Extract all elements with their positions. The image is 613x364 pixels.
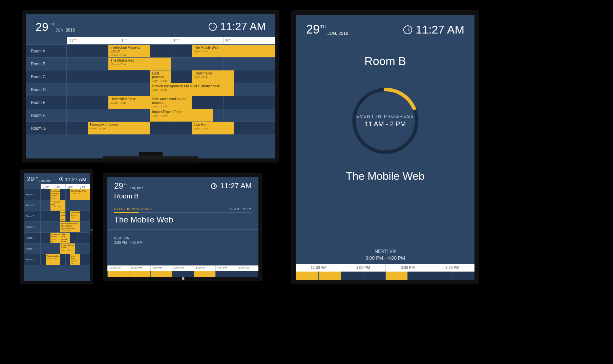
event-block[interactable]: Live Hart3 pm - 5 pm — [70, 254, 80, 265]
room-lane: Twentytwofourteen10 am - 1 pmLive Hart3 … — [67, 122, 275, 134]
next-event: NEXT: VR 3:00 PM - 4:00 PM — [296, 249, 474, 264]
windows-button[interactable]: ⊞ — [90, 227, 93, 233]
header: 29 TH JUN, 2016 11:27 AM — [26, 14, 275, 37]
timeline-hour: 3:00 PM — [194, 265, 215, 271]
room-label: Room E — [26, 96, 67, 109]
event-block[interactable]: Safe and sound in-ear monitor..1 pm - 3 … — [60, 233, 70, 243]
schedule-row: Room CBest practice...1 pm - 2 pmTradema… — [24, 211, 90, 221]
progress-ring: EVENT IN PROGRESS 11 AM - 2 PM — [350, 85, 421, 156]
event-block[interactable]: Import-Export Forum1 pm - 4 pm — [150, 109, 213, 122]
clock-display: 11:27 AM — [211, 181, 252, 190]
schedule-grid: Room AIntellectual Property Forum11 am -… — [26, 44, 275, 134]
date-day: 29 — [114, 182, 123, 190]
room-label: Room E — [24, 233, 41, 243]
progress-ring-wrap: EVENT IN PROGRESS 11 AM - 2 PM — [296, 85, 474, 156]
event-block[interactable]: Twentytwofourteen10 am - 1 pm — [88, 122, 150, 134]
timeline-segment — [107, 271, 129, 277]
progress-time: 11 AM - 2 PM — [365, 120, 406, 128]
timeline-segment — [318, 272, 341, 280]
event-block[interactable]: Proven Instagram tips to build customer … — [150, 83, 233, 96]
event-block[interactable]: Safe and sound in-ear monitor..1 pm - 3 … — [150, 96, 192, 109]
timeline-segment — [237, 271, 258, 277]
event-block[interactable]: Best practice...1 pm - 2 pm — [60, 211, 65, 221]
room-lane: The Mobile web11 am - 2 pm — [41, 200, 90, 211]
timeline-hour: 3:00 PM — [385, 264, 430, 272]
mini-timeline: 11:00 AM12:00 PM1:00 PM2:00 PM3:00 PM4:0… — [107, 265, 258, 277]
event-block[interactable]: The Mobile Web3 pm - 7 pm — [70, 189, 90, 200]
room-lane: Import-Export Forum1 pm - 4 pm — [67, 109, 275, 122]
event-block[interactable]: Trademarks3 pm - 5 pm — [70, 211, 80, 221]
schedule-row: Room DProven Instagram tips to build cus… — [26, 83, 275, 96]
date-suffix: TH — [35, 177, 38, 179]
windows-button[interactable]: ⊞ — [182, 276, 185, 281]
tablet-landscape: 29 TH JUN, 2016 11:27 AM Room B EVENT IN… — [103, 173, 262, 281]
hour-col: 5pm — [223, 37, 275, 44]
header: 29 TH JUN, 2016 11:27 AM — [24, 173, 90, 184]
room-lane: Import-Export Forum1 pm - 4 pm — [41, 243, 90, 254]
room-lane: Undecided future11 am - 1 pmSafe and sou… — [67, 96, 275, 109]
schedule-row: Room AIntellectual Property Forum11 am -… — [26, 44, 275, 57]
date-suffix: TH — [124, 183, 128, 186]
room-label: Room D — [26, 83, 67, 96]
mini-timeline: 11:00 AM1:00 PM3:00 PM5:00 PM — [296, 264, 474, 280]
timeline-header: 11am 1pm 3pm 5pm — [24, 184, 90, 189]
room-label: Room C — [24, 211, 41, 221]
timeline-hour: 11:00 AM — [296, 264, 341, 272]
next-time: 3:00 PM - 4:00 PM — [114, 241, 252, 244]
room-title: Room B — [107, 192, 258, 203]
event-block[interactable]: Import-Export Forum1 pm - 4 pm — [60, 243, 75, 254]
event-block[interactable]: Undecided future11 am - 1 pm — [108, 96, 150, 109]
event-block[interactable]: Live Hart3 pm - 5 pm — [192, 122, 234, 134]
event-block[interactable]: Intellectual Property Forum11 am - 1 pm — [108, 45, 150, 57]
date-suffix: TH — [320, 25, 326, 29]
time-text: 11:27 AM — [220, 20, 266, 33]
clock-icon — [403, 25, 412, 34]
schedule-row: Room EUndecided future11 am - 1 pmSafe a… — [24, 232, 90, 243]
time-text: 11:27 AM — [416, 23, 464, 36]
event-block[interactable]: The Mobile web11 am - 2 pm — [50, 200, 65, 211]
timeline-segment — [150, 271, 172, 277]
event-progress: EVENT IN PROGRESS 11 AM - 2 PM — [107, 203, 258, 214]
schedule-row: Room CBest practice...1 pm - 2 pmTradema… — [26, 70, 275, 83]
event-block[interactable]: Undecided future11 am - 1 pm — [50, 233, 60, 243]
clock-display: 11:27 AM — [403, 23, 464, 36]
time-text: 11:27 AM — [220, 181, 252, 190]
event-block[interactable]: Intellectual Property Forum11 am - 1 pm — [50, 189, 60, 200]
schedule-row: Room FImport-Export Forum1 pm - 4 pm — [24, 243, 90, 254]
event-block[interactable]: Proven Instagram tips to build customer … — [60, 222, 80, 232]
date-day: 29 — [306, 23, 320, 36]
clock-display: 11:27 AM — [209, 20, 266, 33]
date-day: 29 — [36, 21, 48, 33]
event-block[interactable]: Trademarks3 pm - 5 pm — [192, 70, 234, 83]
hour-col: 3pm — [171, 37, 223, 44]
date-display: 29 TH JUN, 2016 — [27, 176, 50, 182]
timeline-header: 11am 1pm 3pm 5pm — [26, 37, 275, 44]
schedule-grid: Room AIntellectual Property Forum11 am -… — [24, 189, 90, 265]
date-display: 29 TH JUN, 2016 — [306, 23, 348, 36]
hour-col: 11am — [67, 37, 119, 44]
next-time: 3:00 PM - 4:00 PM — [296, 255, 474, 261]
header: 29 TH JUN, 2016 11:27 AM — [107, 177, 258, 192]
current-event-title: The Mobile Web — [296, 170, 474, 183]
room-lane: Best practice...1 pm - 2 pmTrademarks3 p… — [67, 70, 275, 83]
tv-screen: 29 TH JUN, 2016 11:27 AM 11am 1pm 3pm 5p… — [26, 14, 275, 158]
room-lane: The Mobile web11 am - 2 pm — [67, 58, 275, 70]
timeline-segment — [129, 271, 151, 277]
event-block[interactable]: Best practice...1 pm - 2 pm — [150, 70, 171, 83]
room-label: Room F — [26, 109, 67, 122]
event-block[interactable]: Twentytwofourteen10 am - 1 pm — [46, 254, 61, 265]
schedule-row: Room FImport-Export Forum1 pm - 4 pm — [26, 109, 275, 122]
current-event-title: The Mobile Web — [107, 214, 258, 229]
tv-display: 29 TH JUN, 2016 11:27 AM 11am 1pm 3pm 5p… — [22, 10, 279, 163]
room-lane: Best practice...1 pm - 2 pmTrademarks3 p… — [41, 211, 90, 221]
room-label: Room A — [26, 45, 67, 57]
schedule-row: Room GTwentytwofourteen10 am - 1 pmLive … — [26, 122, 275, 134]
room-label: Room F — [24, 243, 41, 254]
room-lane: Twentytwofourteen10 am - 1 pmLive Hart3 … — [41, 254, 90, 265]
schedule-row: Room EUndecided future11 am - 1 pmSafe a… — [26, 96, 275, 109]
room-lane: Undecided future11 am - 1 pmSafe and sou… — [41, 233, 90, 243]
next-label: NEXT: VR — [375, 249, 396, 254]
schedule-row: Room DProven Instagram tips to build cus… — [24, 221, 90, 232]
event-block[interactable]: The Mobile web11 am - 2 pm — [108, 58, 171, 70]
event-block[interactable]: The Mobile Web3 pm - 7 pm — [192, 45, 275, 57]
